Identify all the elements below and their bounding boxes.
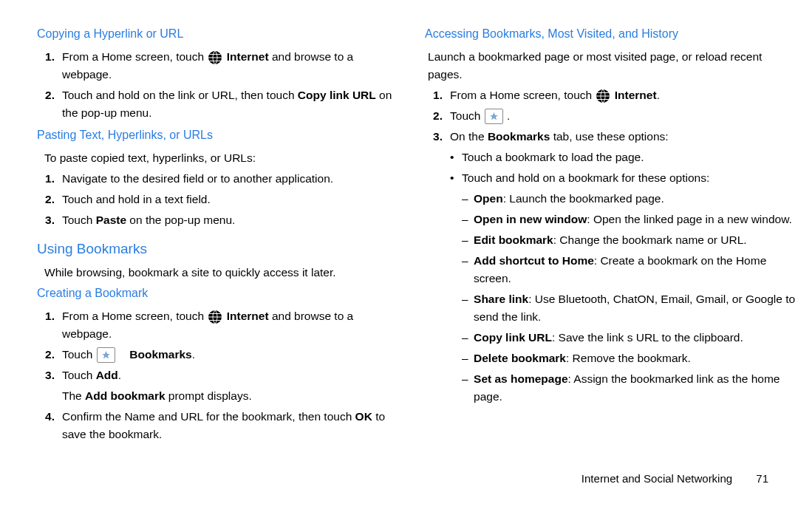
globe-icon xyxy=(596,89,610,103)
list-item-text: Touch Paste on the pop-up menu. xyxy=(62,211,403,229)
bullet-item: Touch a bookmark to load the page. xyxy=(450,149,798,166)
bullet-list: Touch a bookmark to load the page. Touch… xyxy=(450,149,798,406)
list-item-text: Touch . xyxy=(450,107,798,125)
list-marker: 1. xyxy=(37,48,55,83)
heading-pasting: Pasting Text, Hyperlinks, or URLs xyxy=(37,126,403,145)
dash-list: Open: Launch the bookmarked page. Open i… xyxy=(462,190,798,406)
list-paste: 1.Navigate to the desired field or to an… xyxy=(37,170,403,229)
heading-copying-hyperlink: Copying a Hyperlink or URL xyxy=(37,25,403,44)
list-item-text: On the Bookmarks tab, use these options:… xyxy=(450,128,798,409)
heading-accessing-bookmarks: Accessing Bookmarks, Most Visited, and H… xyxy=(425,25,798,44)
dash-item: Edit bookmark: Change the bookmark name … xyxy=(462,231,798,249)
list-item-text: Confirm the Name and URL for the bookmar… xyxy=(62,408,403,443)
list-item-text: Touch and hold in a text field. xyxy=(62,191,403,208)
list-copy-url: 1. From a Home screen, touch Internet an… xyxy=(37,48,403,122)
list-item-text: Touch and hold on the link or URL, then … xyxy=(62,86,403,122)
paragraph: To paste copied text, hyperlinks, or URL… xyxy=(44,149,403,167)
list-item-text: Navigate to the desired field or to anot… xyxy=(62,170,403,188)
heading-using-bookmarks: Using Bookmarks xyxy=(37,238,403,259)
list-item-text: From a Home screen, touch Internet and b… xyxy=(62,307,403,343)
dash-item: Open in new window: Open the linked page… xyxy=(462,211,798,228)
star-icon xyxy=(485,109,503,124)
dash-item: Set as homepage: Assign the bookmarked l… xyxy=(462,370,798,406)
dash-item: Share link: Use Bluetooth, ChatON, Email… xyxy=(462,290,798,326)
list-item-text: From a Home screen, touch Internet and b… xyxy=(62,48,403,83)
bullet-item: Touch and hold on a bookmark for these o… xyxy=(450,169,798,406)
paragraph: While browsing, bookmark a site to quick… xyxy=(44,264,403,282)
dash-item: Delete bookmark: Remove the bookmark. xyxy=(462,349,798,367)
list-item-text: Touch Add. The Add bookmark prompt displ… xyxy=(62,366,403,405)
list-marker: 2. xyxy=(37,86,55,122)
paragraph: Launch a bookmarked page or most visited… xyxy=(428,48,798,83)
list-item-text: Touch Bookmarks. xyxy=(62,346,403,364)
list-item-text: From a Home screen, touch Internet. xyxy=(450,86,798,104)
footer-section-title: Internet and Social Networking xyxy=(582,472,732,485)
page-number: 71 xyxy=(756,470,768,487)
dash-item: Add shortcut to Home: Create a bookmark … xyxy=(462,252,798,287)
dash-item: Copy link URL: Save the link s URL to th… xyxy=(462,329,798,347)
left-column: Copying a Hyperlink or URL 1. From a Hom… xyxy=(37,22,403,448)
page-footer: Internet and Social Networking 71 xyxy=(37,470,798,487)
right-column: Accessing Bookmarks, Most Visited, and H… xyxy=(425,22,798,448)
star-icon xyxy=(97,347,115,363)
list-create-bookmark: 1. From a Home screen, touch Internet an… xyxy=(37,307,403,443)
list-accessing: 1. From a Home screen, touch Internet. 2… xyxy=(425,86,798,409)
globe-icon xyxy=(208,50,222,65)
dash-item: Open: Launch the bookmarked page. xyxy=(462,190,798,208)
globe-icon xyxy=(208,310,222,324)
heading-creating-bookmark: Creating a Bookmark xyxy=(37,284,403,303)
